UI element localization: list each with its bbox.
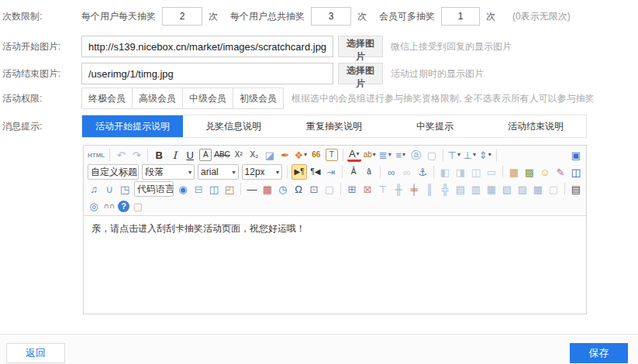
unlink-icon[interactable]: ∞ (400, 165, 414, 179)
image-left-icon[interactable]: ◧ (438, 165, 452, 179)
columns-icon[interactable]: ◫ (207, 182, 221, 196)
insert-image-icon[interactable]: ▦ (507, 165, 521, 179)
source-code-icon[interactable]: HTML (88, 152, 105, 159)
end-image-pick-button[interactable]: 选择图片 (338, 63, 383, 84)
end-image-input[interactable] (81, 63, 333, 84)
member-extra-input[interactable] (441, 7, 480, 26)
link-icon[interactable]: ∞ (385, 165, 398, 179)
music-icon[interactable]: ♫ (87, 182, 101, 196)
anchor-ref-icon[interactable]: ⓐ (409, 148, 423, 162)
style-select[interactable]: 自定义标题▾ (88, 164, 139, 180)
redo-icon[interactable]: ↷ (129, 148, 143, 162)
underline-icon[interactable]: U (183, 148, 197, 162)
ordered-list-icon[interactable]: ≣▾ (378, 148, 392, 162)
blank-doc-icon[interactable]: ▢ (425, 148, 439, 162)
save-button[interactable]: 保存 (570, 343, 628, 363)
font-color-icon[interactable]: A▾ (347, 148, 361, 162)
fullscreen-icon[interactable]: ▣ (569, 148, 583, 162)
bold-icon[interactable]: B (152, 148, 166, 162)
size-select[interactable]: 12px▾ (242, 164, 282, 180)
image-center-icon[interactable]: ◫ (469, 165, 483, 179)
eraser-icon[interactable]: ◪ (263, 148, 277, 162)
auto-typeset-icon[interactable]: ❖▾ (294, 148, 308, 162)
member-option-middle[interactable]: 中级会员 (182, 88, 233, 109)
tab-repeat-draw[interactable]: 重复抽奖说明 (284, 115, 385, 137)
image-inline-icon[interactable]: ▭ (485, 165, 498, 179)
iframe-icon[interactable]: ◳ (118, 182, 132, 196)
rtl-paragraph-icon[interactable]: ¶◀ (309, 165, 322, 179)
superscript-icon[interactable]: X² (232, 148, 246, 162)
table-style3-icon[interactable]: ▦ (485, 182, 498, 196)
blockquote-icon[interactable]: 66 (309, 148, 323, 162)
tab-activity-start-message[interactable]: 活动开始提示说明 (82, 115, 183, 137)
tab-redeem-info[interactable]: 兑奖信息说明 (183, 115, 284, 137)
scrawl-icon[interactable]: ✎ (554, 165, 567, 179)
lowercase-icon[interactable]: â (362, 165, 376, 179)
template-icon[interactable]: ▢ (322, 182, 336, 196)
special-char-icon[interactable]: Ω (291, 182, 305, 196)
editor-body[interactable]: 亲，请点击进入刮刮卡抽奖活动页面，祝您好运哦！ (84, 216, 586, 314)
start-image-pick-button[interactable]: 选择图片 (338, 36, 383, 57)
table-header-icon[interactable]: ⊤ (376, 182, 390, 196)
unordered-list-icon[interactable]: ≡▾ (394, 148, 408, 162)
table-style6-icon[interactable]: ▩ (531, 182, 545, 196)
rich-text-editor: HTML↶↷BIUAABCX²X₂◪✒❖▾66TA▾ab▾≣▾≡▾ⓐ▢⊤▾⊥▾⇕… (83, 145, 587, 314)
total-limit-input[interactable] (311, 7, 351, 26)
comment-icon[interactable]: ⊡ (307, 182, 321, 196)
delete-table-icon[interactable]: ⊠ (360, 182, 374, 196)
font-border-icon[interactable]: A (199, 149, 212, 161)
tab-win-message[interactable]: 中奖提示 (385, 115, 485, 137)
undo-icon[interactable]: ↶ (114, 148, 128, 162)
table-style1-icon[interactable]: ▤ (453, 182, 467, 196)
table-style4-icon[interactable]: ▧ (500, 182, 514, 196)
message-content: 活动开始提示说明 兑奖信息说明 重复抽奖说明 中奖提示 活动结束说明 (81, 115, 587, 138)
code-language-select[interactable]: 代码语言▾ (134, 181, 174, 197)
table-style2-icon[interactable]: ▥ (469, 182, 483, 196)
split-cell-icon[interactable]: ╬ (438, 182, 452, 196)
align-icon[interactable]: ⊥▾ (463, 148, 477, 162)
insert-col-icon[interactable]: ║ (422, 182, 436, 196)
italic-icon[interactable]: I (167, 148, 181, 162)
member-option-senior[interactable]: 高级会员 (132, 88, 183, 109)
horizontal-rule-icon[interactable]: — (245, 182, 259, 196)
merge-down-icon[interactable]: ╫ (391, 182, 405, 196)
tab-activity-end-message[interactable]: 活动结束说明 (485, 115, 586, 137)
start-image-input[interactable] (81, 36, 333, 57)
line-height-icon[interactable]: ⇕▾ (478, 148, 492, 162)
format-brush-icon[interactable]: ✒ (278, 148, 292, 162)
indent-icon[interactable]: ⊤▾ (447, 148, 461, 162)
paste-text-icon[interactable]: T (326, 149, 338, 161)
member-option-ultimate[interactable]: 终极会员 (81, 88, 133, 109)
print-icon[interactable]: ▤ (569, 182, 583, 196)
ltr-paragraph-icon[interactable]: ▶¶ (291, 164, 307, 180)
table-style5-icon[interactable]: ▨ (516, 182, 529, 196)
time-icon[interactable]: ◷ (276, 182, 290, 196)
back-button[interactable]: 返回 (6, 343, 65, 363)
map-icon[interactable]: ◉ (176, 182, 190, 196)
pagebreak-icon[interactable]: ⊟ (191, 182, 205, 196)
video-icon[interactable]: ◫ (569, 165, 583, 179)
preview-icon[interactable]: ◎ (87, 199, 101, 213)
subscript-icon[interactable]: X₂ (247, 148, 261, 162)
attachment-icon[interactable]: ∪ (102, 182, 116, 196)
help-icon[interactable]: ? (118, 201, 129, 212)
format-select[interactable]: 段落▾ (142, 164, 195, 180)
doc-icon[interactable]: ▢ (547, 182, 560, 196)
daily-limit-input[interactable] (162, 7, 202, 26)
indent-first-icon[interactable]: ⇥ (324, 165, 338, 179)
merge-right-icon[interactable]: ╪ (407, 182, 421, 196)
date-icon[interactable]: ▦ (260, 182, 274, 196)
font-select[interactable]: arial▾ (198, 164, 238, 180)
paste-icon[interactable]: ▢ (131, 199, 145, 213)
strikethrough-icon[interactable]: ABC (214, 148, 230, 162)
emotion-icon[interactable]: ☺ (538, 165, 552, 179)
screenshot-icon[interactable]: ◰ (222, 182, 236, 196)
uppercase-icon[interactable]: Â (347, 165, 360, 179)
image-manager-icon[interactable]: ▩ (522, 165, 536, 179)
image-right-icon[interactable]: ◨ (453, 165, 467, 179)
anchor-icon[interactable]: ⚓ (416, 165, 429, 179)
bg-color-icon[interactable]: ab▾ (363, 148, 377, 162)
search-replace-icon[interactable]: ∩∩ (102, 199, 116, 213)
insert-table-icon[interactable]: ⊞ (345, 182, 359, 196)
member-option-junior[interactable]: 初级会员 (233, 88, 284, 109)
